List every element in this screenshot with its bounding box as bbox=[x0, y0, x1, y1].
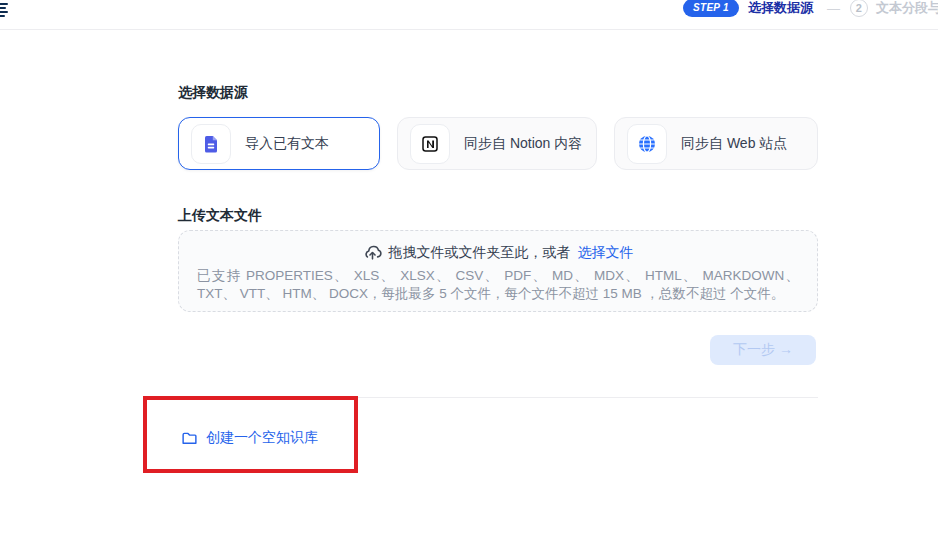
dropzone-instruction: 拖拽文件或文件夹至此，或者 bbox=[389, 244, 571, 262]
file-text-icon bbox=[191, 124, 231, 164]
section-divider bbox=[178, 397, 818, 398]
hamburger-icon[interactable] bbox=[0, 3, 9, 19]
globe-icon bbox=[627, 124, 667, 164]
top-header: STEP 1 选择数据源 — 2 文本分段与清 bbox=[0, 0, 938, 30]
create-empty-kb-label: 创建一个空知识库 bbox=[206, 429, 318, 447]
dropzone-instruction-row: 拖拽文件或文件夹至此，或者 选择文件 bbox=[197, 243, 799, 262]
file-dropzone[interactable]: 拖拽文件或文件夹至此，或者 选择文件 已支持 PROPERTIES、 XLS、 … bbox=[178, 230, 818, 312]
step2-label: 文本分段与清 bbox=[876, 0, 938, 17]
datasource-option-label: 同步自 Web 站点 bbox=[681, 135, 787, 153]
step-separator: — bbox=[827, 1, 840, 16]
datasource-option-web[interactable]: 同步自 Web 站点 bbox=[614, 117, 818, 170]
datasource-options: 导入已有文本 同步自 Notion 内容 同步自 Web 站点 bbox=[178, 117, 818, 170]
datasource-section-title: 选择数据源 bbox=[178, 84, 248, 102]
datasource-option-notion[interactable]: 同步自 Notion 内容 bbox=[397, 117, 597, 170]
datasource-option-label: 导入已有文本 bbox=[245, 135, 329, 153]
step1-badge: STEP 1 bbox=[683, 0, 739, 17]
datasource-option-label: 同步自 Notion 内容 bbox=[464, 135, 582, 153]
step2-number-badge: 2 bbox=[850, 0, 868, 17]
datasource-option-import-text[interactable]: 导入已有文本 bbox=[178, 117, 380, 170]
notion-icon bbox=[410, 124, 450, 164]
step-indicator: STEP 1 选择数据源 — 2 文本分段与清 bbox=[683, 0, 938, 20]
upload-section-title: 上传文本文件 bbox=[178, 207, 262, 225]
folder-icon bbox=[181, 430, 198, 447]
upload-cloud-icon bbox=[363, 243, 382, 262]
browse-files-link[interactable]: 选择文件 bbox=[578, 244, 634, 262]
supported-file-types-hint: 已支持 PROPERTIES、 XLS、 XLSX、 CSV、 PDF、 MD、… bbox=[197, 267, 799, 303]
step1-label: 选择数据源 bbox=[748, 0, 813, 17]
create-empty-kb-link[interactable]: 创建一个空知识库 bbox=[181, 429, 318, 447]
next-step-button[interactable]: 下一步 → bbox=[710, 335, 816, 365]
